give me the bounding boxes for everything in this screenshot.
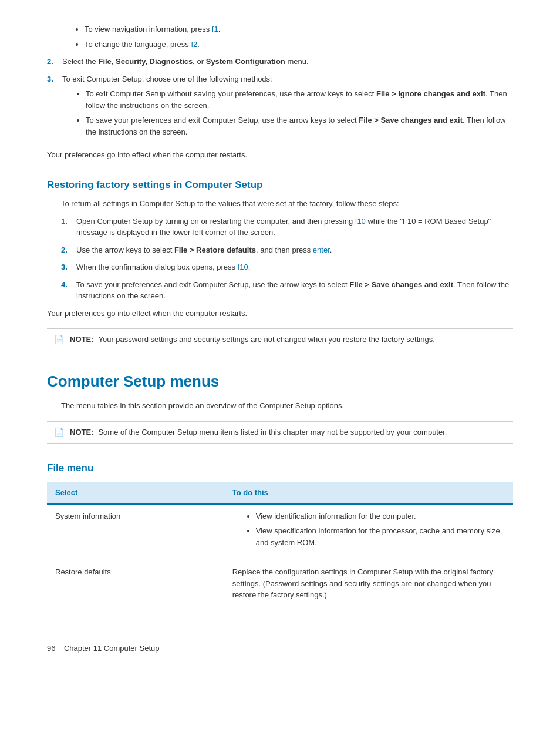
note-icon: 📄 xyxy=(54,334,64,346)
f1-link[interactable]: f1 xyxy=(212,25,218,33)
step-number: 4. xyxy=(61,279,76,302)
restoring-intro: To return all settings in Computer Setup… xyxy=(61,198,513,210)
f10-link-2[interactable]: f10 xyxy=(238,263,248,271)
list-item: To save your preferences and exit Comput… xyxy=(86,115,513,137)
table-header-row: Select To do this xyxy=(47,482,513,504)
restore-step-3: 3. When the confirmation dialog box open… xyxy=(61,261,513,273)
step-content: Use the arrow keys to select File > Rest… xyxy=(76,244,513,256)
list-item: To exit Computer Setup without saving yo… xyxy=(86,88,513,111)
col-header-todo: To do this xyxy=(224,482,513,504)
restore-step-4: 4. To save your preferences and exit Com… xyxy=(61,279,513,302)
step-number: 2. xyxy=(47,56,62,68)
table-cell-todo: Replace the configuration settings in Co… xyxy=(224,560,513,607)
table-cell-todo: View identification information for the … xyxy=(224,504,513,560)
step-2: 2. Select the File, Security, Diagnostic… xyxy=(47,56,513,68)
col-header-select: Select xyxy=(47,482,224,504)
step-content: Select the File, Security, Diagnostics, … xyxy=(62,56,513,68)
note-label-2: NOTE: xyxy=(70,426,93,438)
note-icon-2: 📄 xyxy=(54,426,64,439)
file-menu-table: Select To do this System information Vie… xyxy=(47,482,513,607)
f2-link[interactable]: f2 xyxy=(191,40,197,49)
note-label: NOTE: xyxy=(70,334,93,345)
preferences-note-2: Your preferences go into effect when the… xyxy=(47,308,513,320)
note-text-2: Some of the Computer Setup menu items li… xyxy=(98,426,447,438)
restore-step-2: 2. Use the arrow keys to select File > R… xyxy=(61,244,513,256)
step-content: To exit Computer Setup, choose one of th… xyxy=(62,73,513,144)
f10-link[interactable]: f10 xyxy=(355,217,366,226)
step-content: When the confirmation dialog box opens, … xyxy=(76,261,513,273)
list-item: View specification information for the p… xyxy=(256,525,505,548)
enter-link[interactable]: enter xyxy=(313,246,330,254)
step-3: 3. To exit Computer Setup, choose one of… xyxy=(47,73,513,144)
system-info-bullets: View identification information for the … xyxy=(256,510,505,549)
note-text: Your password settings and security sett… xyxy=(98,334,434,345)
main-heading-setup-menus: Computer Setup menus xyxy=(47,370,513,393)
footer-page: 96 xyxy=(47,644,55,653)
step-number: 1. xyxy=(61,216,76,238)
step-number: 2. xyxy=(61,244,76,256)
step-number: 3. xyxy=(47,73,62,144)
step-number: 3. xyxy=(61,261,76,273)
table-cell-select: Restore defaults xyxy=(47,560,224,607)
restore-step-1: 1. Open Computer Setup by turning on or … xyxy=(61,216,513,238)
footer: 96 Chapter 11 Computer Setup xyxy=(47,643,513,654)
preferences-note: Your preferences go into effect when the… xyxy=(47,149,513,161)
note-box-restoring: 📄 NOTE: Your password settings and secur… xyxy=(47,328,513,351)
list-item: To view navigation information, press f1… xyxy=(85,23,513,35)
table-cell-select: System information xyxy=(47,504,224,560)
exit-bullets: To exit Computer Setup without saving yo… xyxy=(86,88,513,137)
section-heading-file-menu: File menu xyxy=(47,461,513,476)
step-content: To save your preferences and exit Comput… xyxy=(76,279,513,302)
section-heading-restoring: Restoring factory settings in Computer S… xyxy=(47,177,513,193)
top-bullet-list: To view navigation information, press f1… xyxy=(85,23,513,50)
table-row: Restore defaults Replace the configurati… xyxy=(47,560,513,607)
footer-chapter: Chapter 11 Computer Setup xyxy=(64,644,160,653)
list-item: View identification information for the … xyxy=(256,510,505,522)
table-row: System information View identification i… xyxy=(47,504,513,560)
menus-intro: The menu tables in this section provide … xyxy=(61,400,513,412)
list-item: To change the language, press f2. xyxy=(85,39,513,51)
note-box-menus: 📄 NOTE: Some of the Computer Setup menu … xyxy=(47,421,513,444)
step-content: Open Computer Setup by turning on or res… xyxy=(76,216,513,238)
